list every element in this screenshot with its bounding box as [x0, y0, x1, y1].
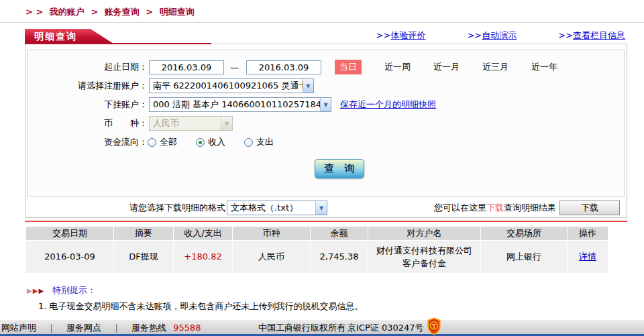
download-button[interactable]: 下载 — [559, 201, 620, 215]
link-prefix: >> — [467, 30, 482, 40]
link-view-column-info[interactable]: >>查看栏目信息 — [558, 30, 625, 42]
flow-radio-all[interactable]: 全部 — [148, 136, 177, 148]
download-hint-suffix: 查询明细结果 — [504, 203, 556, 213]
col-header-action: 操作 — [568, 227, 608, 240]
cell-date: 2016-03-09 — [26, 241, 113, 273]
footer-hotline-label: 服务热线 — [131, 323, 166, 333]
footer-separator: ｜ — [47, 323, 56, 333]
notice-title: 特别提示： — [52, 284, 96, 296]
notice-title-row: ▶ ▶ ▶ 特别提示： — [27, 284, 644, 296]
flow-option-label: 全部 — [160, 136, 177, 148]
footer-icp: 京ICP证 030247号 — [347, 322, 424, 334]
download-row: 请您选择下载明细的格式 文本格式（.txt） ▼ 您可以在这里下载查询明细结果 … — [28, 200, 620, 216]
special-notice: ▶ ▶ ▶ 特别提示： 1. 电子现金交易明细不含未达账项，即未包含商户还未上传… — [27, 284, 644, 313]
register-account-row: 请选择注册账户： 南平 6222001406100921065 灵通卡 ▼ — [28, 77, 624, 95]
red-separator — [25, 221, 627, 222]
flow-radio-income[interactable]: 收入 — [196, 136, 225, 148]
flow-label: 资金流向： — [28, 136, 148, 148]
breadcrumb-prefix: > > — [25, 7, 43, 17]
register-account-label: 请选择注册账户： — [28, 80, 148, 92]
col-header-amount: 收入/支出 — [174, 227, 232, 240]
cell-summary: DF提现 — [114, 241, 173, 273]
date-range-row: 起止日期： — 当日 近一周 近一月 近三月 近一年 — [28, 58, 624, 76]
footer-copyright: 中国工商银行版权所有 — [258, 322, 345, 334]
chevron-down-icon: ▼ — [303, 79, 313, 93]
sub-account-value: 000 活期 基本户 1406600101102571848 — [150, 99, 320, 111]
notice-item: 1. 电子现金交易明细不含未达账项，即未包含商户还未上传到我行的脱机交易信息。 — [38, 300, 644, 313]
cell-currency: 人民币 — [233, 241, 310, 273]
cell-venue: 网上银行 — [481, 241, 567, 273]
quick-range-quarter[interactable]: 近三月 — [482, 61, 508, 73]
breadcrumb-item-detail-query[interactable]: 明细查询 — [160, 7, 195, 17]
table-header-row: 交易日期 摘要 收入/支出 币种 余额 对方户名 交易场所 操作 — [26, 227, 608, 240]
link-prefix: >> — [558, 30, 573, 40]
register-account-select[interactable]: 南平 6222001406100921065 灵通卡 ▼ — [149, 78, 314, 93]
query-button[interactable]: 查 询 — [315, 159, 364, 178]
quick-range-year[interactable]: 近一年 — [531, 61, 557, 73]
security-badge-icon[interactable] — [427, 317, 441, 335]
col-header-date: 交易日期 — [26, 227, 113, 240]
link-experience-review[interactable]: >>体验评价 — [376, 30, 426, 42]
currency-value: 人民币 — [150, 117, 182, 129]
link-prefix: >> — [376, 30, 391, 40]
date-from-input[interactable] — [149, 60, 224, 74]
breadcrumb-separator: > — [146, 7, 153, 17]
col-header-counterparty: 对方户名 — [368, 227, 480, 240]
top-links: >>体验评价 >>自动演示 >>查看栏目信息 — [376, 30, 625, 42]
radio-icon — [148, 138, 156, 147]
currency-select: 人民币 ▼ — [149, 116, 233, 131]
footer-link-service-outlets[interactable]: 服务网点 — [66, 323, 101, 333]
table-row: 2016-03-09 DF提现 +180.82 人民币 2,745.38 财付通… — [26, 241, 608, 273]
link-label: 查看栏目信息 — [573, 30, 625, 40]
date-to-input[interactable] — [246, 60, 321, 74]
quick-range-month[interactable]: 近一月 — [433, 61, 460, 73]
transaction-table: 交易日期 摘要 收入/支出 币种 余额 对方户名 交易场所 操作 2016-03… — [25, 226, 608, 274]
cell-balance: 2,745.38 — [311, 241, 368, 273]
col-header-venue: 交易场所 — [481, 227, 567, 240]
cell-amount: +180.82 — [174, 241, 232, 273]
query-button-row: 查 询 — [28, 159, 624, 178]
query-form: 起止日期： — 当日 近一周 近一月 近三月 近一年 请选择注册账户： 南平 6… — [28, 50, 625, 197]
download-format-select[interactable]: 文本格式（.txt） ▼ — [227, 201, 327, 215]
download-format-label: 请您选择下载明细的格式 — [129, 202, 225, 214]
play-arrow-icon: ▶ — [27, 287, 32, 294]
chevron-down-icon: ▼ — [221, 117, 232, 130]
quick-range-week[interactable]: 近一周 — [384, 61, 411, 73]
chevron-down-icon: ▼ — [315, 201, 327, 215]
col-header-summary: 摘要 — [114, 227, 173, 240]
query-panel: 起止日期： — 当日 近一周 近一月 近三月 近一年 请选择注册账户： 南平 6… — [25, 44, 627, 218]
flow-radio-expense[interactable]: 支出 — [244, 136, 274, 148]
breadcrumb: > > 我的账户 > 账务查询 > 明细查询 — [0, 0, 644, 23]
sub-account-row: 下挂账户： 000 活期 基本户 1406600101102571848 ▼ 保… — [28, 96, 624, 113]
sub-account-label: 下挂账户： — [28, 99, 148, 111]
chevron-down-icon: ▼ — [320, 98, 331, 111]
col-header-balance: 余额 — [311, 227, 368, 240]
cell-counterparty: 财付通支付科技有限公司客户备付金 — [368, 241, 480, 273]
today-button[interactable]: 当日 — [335, 60, 362, 74]
register-account-value: 南平 6222001406100921065 灵通卡 — [150, 80, 303, 92]
sub-account-select[interactable]: 000 活期 基本户 1406600101102571848 ▼ — [149, 97, 331, 112]
footer-hotline-number: 95588 — [173, 323, 201, 333]
detail-link[interactable]: 详情 — [579, 251, 596, 262]
flow-option-label: 支出 — [256, 136, 274, 148]
currency-row: 币 种： 人民币 ▼ — [28, 115, 624, 132]
currency-label: 币 种： — [28, 117, 148, 129]
breadcrumb-item-my-account[interactable]: 我的账户 — [50, 7, 85, 17]
date-range-label: 起止日期： — [28, 61, 148, 73]
snapshot-link[interactable]: 保存近一个月的明细快照 — [340, 99, 436, 111]
tab-bar: 明细查询 >>体验评价 >>自动演示 >>查看栏目信息 — [25, 29, 627, 44]
radio-selected-icon — [196, 138, 205, 147]
play-arrow-icon: ▶ — [33, 287, 38, 294]
download-format-value: 文本格式（.txt） — [227, 202, 301, 214]
download-hint-prefix: 您可以在这里 — [434, 203, 486, 213]
download-hint-link[interactable]: 下载 — [486, 203, 504, 213]
breadcrumb-item-account-query[interactable]: 账务查询 — [105, 7, 140, 17]
link-auto-demo[interactable]: >>自动演示 — [467, 30, 517, 42]
download-hint: 您可以在这里下载查询明细结果 — [434, 202, 556, 214]
footer-left: 网站声明 ｜ 服务网点 ｜ 服务热线 95588 — [1, 322, 201, 334]
link-label: 体验评价 — [390, 30, 425, 40]
tab-detail-query[interactable]: 明细查询 — [25, 29, 113, 44]
footer-separator: ｜ — [112, 323, 121, 333]
col-header-currency: 币种 — [233, 227, 310, 240]
footer-link-site-statement[interactable]: 网站声明 — [1, 323, 36, 333]
